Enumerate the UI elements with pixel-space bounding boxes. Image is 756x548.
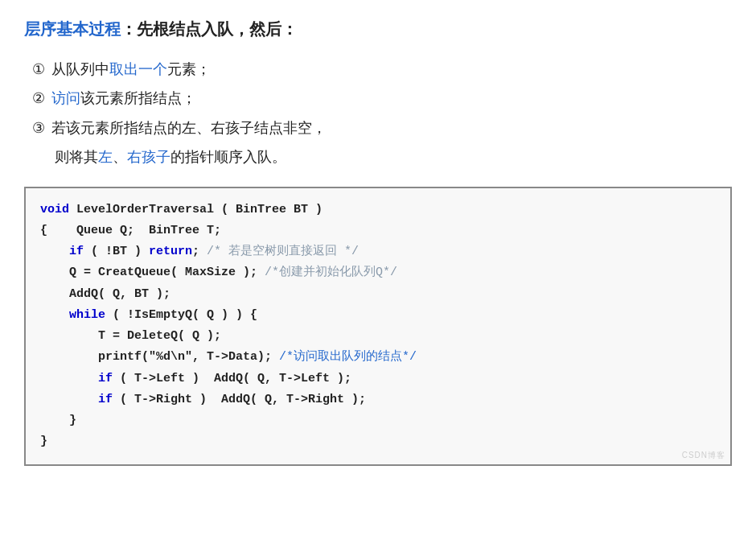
step-2-highlight: 访问 [51, 90, 80, 106]
step-1-text: 从队列中取出一个元素； [51, 56, 732, 82]
code-line-3: if ( !BT ) return; /* 若是空树则直接返回 */ [40, 241, 716, 262]
code-line-9-text: ( T->Left ) AddQ( Q, T->Left ); [113, 369, 351, 389]
code-block: void LevelOrderTraversal ( BinTree BT ) … [24, 187, 732, 466]
watermark: CSDN博客 [682, 448, 725, 463]
step-2: ② 访问该元素所指结点； [32, 85, 732, 111]
code-line-12: } [40, 431, 716, 452]
code-line-6: while ( !IsEmptyQ( Q ) ) { [40, 305, 716, 326]
code-line-5: AddQ( Q, BT ); [40, 284, 716, 305]
kw-if-2: if [98, 369, 113, 389]
step-2-number: ② [32, 85, 45, 111]
comment-1: /* 若是空树则直接返回 */ [207, 241, 359, 262]
code-line-4: Q = CreatQueue( MaxSize ); /*创建并初始化队列Q*/ [40, 262, 716, 283]
code-line-5-text: AddQ( Q, BT ); [40, 284, 171, 305]
kw-if-3: if [98, 389, 113, 410]
kw-return: return [149, 241, 192, 262]
code-line-8: printf("%d\n", T->Data); /*访问取出队列的结点*/ [40, 347, 716, 368]
code-line-2: { Queue Q; BinTree T; [40, 220, 716, 241]
step-1-highlight: 取出一个 [109, 61, 167, 77]
title-prefix: 层序基本过程 [24, 20, 121, 38]
code-line-3-semi: ; [192, 241, 207, 262]
step-3: ③ 若该元素所指结点的左、右孩子结点非空， [32, 115, 732, 141]
code-line-11: } [40, 410, 716, 431]
code-line-9: if ( T->Left ) AddQ( Q, T->Left ); [40, 369, 716, 389]
code-line-7: T = DeleteQ( Q ); [40, 326, 716, 347]
code-line-6-text: ( !IsEmptyQ( Q ) ) { [105, 305, 257, 326]
code-line-11-text: } [40, 410, 76, 431]
code-line-10-text: ( T->Right ) AddQ( Q, T->Right ); [113, 389, 366, 410]
comment-2: /*创建并初始化队列Q*/ [265, 262, 397, 283]
step-3-right-highlight: 右孩子 [127, 149, 171, 165]
code-line-6-indent [40, 305, 69, 326]
code-line-9-indent [40, 369, 98, 389]
code-line-4-text: Q = CreatQueue( MaxSize ); [40, 262, 265, 283]
title-separator: ：先根结点入队，然后： [121, 20, 298, 38]
page-title: 层序基本过程：先根结点入队，然后： [24, 16, 732, 42]
code-line-3-indent [40, 241, 69, 262]
code-line-7-text: T = DeleteQ( Q ); [40, 326, 221, 347]
code-line-10-indent [40, 389, 98, 410]
comment-3: /*访问取出队列的结点*/ [279, 347, 417, 368]
step-3-number: ③ [32, 115, 45, 141]
step-2-text: 访问该元素所指结点； [51, 85, 732, 111]
code-line-1: void LevelOrderTraversal ( BinTree BT ) [40, 200, 716, 220]
code-line-2-text: { Queue Q; BinTree T; [40, 220, 221, 241]
step-3-left-highlight: 左 [98, 149, 113, 165]
step-1: ① 从队列中取出一个元素； [32, 56, 732, 82]
code-func-name: LevelOrderTraversal ( BinTree BT ) [69, 200, 323, 220]
step-3-continuation: 则将其左、右孩子的指针顺序入队。 [55, 144, 732, 170]
code-line-10: if ( T->Right ) AddQ( Q, T->Right ); [40, 389, 716, 410]
step-3-text: 若该元素所指结点的左、右孩子结点非空， [51, 115, 732, 141]
kw-if: if [69, 241, 84, 262]
kw-void: void [40, 200, 69, 220]
kw-while: while [69, 305, 105, 326]
step-1-number: ① [32, 56, 45, 82]
code-line-8-text: printf("%d\n", T->Data); [40, 347, 279, 368]
code-line-12-text: } [40, 431, 47, 452]
steps-list: ① 从队列中取出一个元素； ② 访问该元素所指结点； ③ 若该元素所指结点的左、… [32, 56, 732, 171]
code-line-3-mid: ( !BT ) [84, 241, 149, 262]
